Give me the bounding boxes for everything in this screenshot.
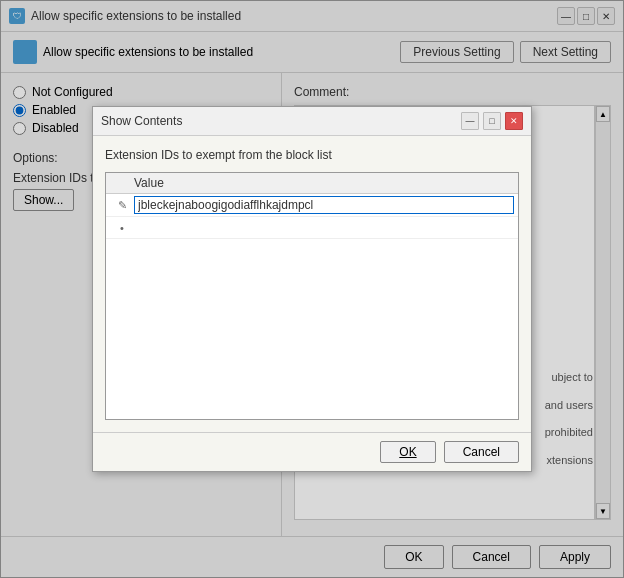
dialog-footer: OK Cancel	[93, 432, 531, 471]
dialog-minimize-button[interactable]: —	[461, 112, 479, 130]
table-body: ✎ •	[106, 194, 518, 419]
extension-id-input-2[interactable]	[134, 221, 514, 235]
table-header-value: Value	[134, 176, 514, 190]
bullet-icon: •	[110, 222, 134, 234]
table-row[interactable]: ✎	[106, 194, 518, 217]
table-header: Value	[106, 173, 518, 194]
table-row[interactable]: •	[106, 217, 518, 239]
extension-table: Value ✎ •	[105, 172, 519, 420]
show-contents-dialog: Show Contents — □ ✕ Extension IDs to exe…	[92, 106, 532, 472]
table-empty-area	[106, 239, 518, 419]
dialog-title: Show Contents	[101, 114, 182, 128]
dialog-close-button[interactable]: ✕	[505, 112, 523, 130]
dialog-maximize-button[interactable]: □	[483, 112, 501, 130]
dialog-body: Extension IDs to exempt from the block l…	[93, 136, 531, 432]
dialog-titlebar: Show Contents — □ ✕	[93, 107, 531, 136]
dialog-ok-button[interactable]: OK	[380, 441, 435, 463]
modal-overlay: Show Contents — □ ✕ Extension IDs to exe…	[0, 0, 624, 578]
edit-icon: ✎	[110, 199, 134, 212]
dialog-controls: — □ ✕	[461, 112, 523, 130]
dialog-description: Extension IDs to exempt from the block l…	[105, 148, 519, 162]
extension-id-input-1[interactable]	[134, 196, 514, 214]
dialog-cancel-button[interactable]: Cancel	[444, 441, 519, 463]
